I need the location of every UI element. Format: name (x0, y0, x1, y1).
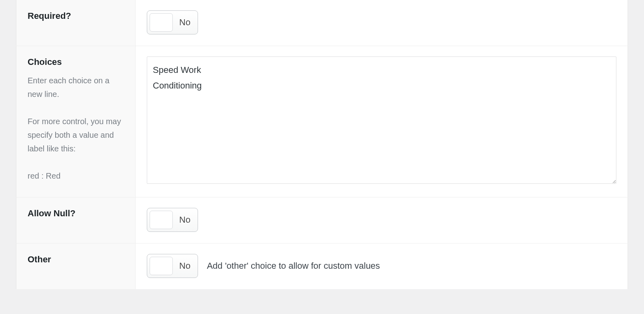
label-choices: Choices (28, 56, 124, 68)
label-cell-required: Required? (16, 0, 136, 46)
toggle-other-label: No (179, 261, 190, 271)
value-cell-allow-null: No (136, 197, 628, 244)
row-required: Required? No (16, 0, 628, 46)
other-hint: Add 'other' choice to allow for custom v… (207, 261, 380, 271)
toggle-allow-null[interactable]: No (147, 208, 198, 232)
label-cell-other: Other (16, 244, 136, 290)
toggle-knob (150, 257, 173, 275)
choices-textarea[interactable] (147, 56, 616, 184)
value-cell-choices (136, 46, 628, 197)
toggle-knob (150, 211, 173, 229)
field-settings-table: Required? No Choices Enter each choice o… (16, 0, 628, 289)
row-choices: Choices Enter each choice on a new line.… (16, 46, 628, 197)
label-allow-null: Allow Null? (28, 208, 124, 219)
value-cell-required: No (136, 0, 628, 46)
toggle-required[interactable]: No (147, 10, 198, 34)
label-cell-allow-null: Allow Null? (16, 197, 136, 244)
value-cell-other: No Add 'other' choice to allow for custo… (136, 244, 628, 290)
desc-choices: Enter each choice on a new line. For mor… (28, 74, 124, 183)
toggle-allow-null-label: No (179, 215, 190, 225)
row-allow-null: Allow Null? No (16, 197, 628, 244)
toggle-other[interactable]: No (147, 254, 198, 278)
toggle-required-label: No (179, 17, 190, 28)
label-other: Other (28, 254, 124, 266)
label-required: Required? (28, 10, 124, 22)
toggle-knob (150, 13, 173, 32)
label-cell-choices: Choices Enter each choice on a new line.… (16, 46, 136, 197)
row-other: Other No Add 'other' choice to allow for… (16, 244, 628, 290)
